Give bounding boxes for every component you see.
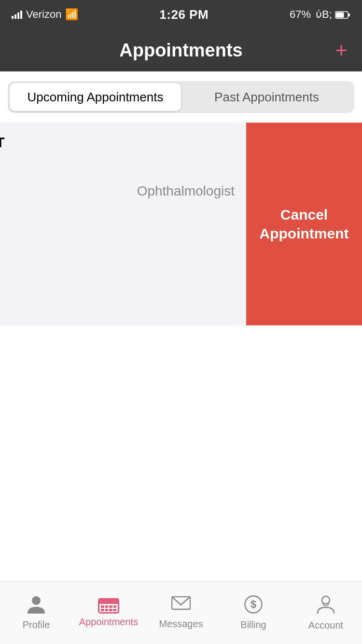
battery-icon: ὐ‌B; (316, 8, 350, 21)
status-time: 1:26 PM (159, 7, 209, 22)
tab-messages-label: Messages (159, 618, 203, 630)
svg-rect-2 (335, 13, 344, 18)
appointment-detail-row: le 21031 Check In Ophthalmologist (0, 183, 235, 252)
appointment-specialty: Ophthalmologist (137, 183, 235, 199)
tab-appointments[interactable]: Appointments (72, 598, 145, 628)
status-right: 67% ὐ‌B; (290, 8, 350, 21)
status-left: Verizon 📶 (12, 8, 78, 21)
tab-profile[interactable]: Profile (0, 595, 72, 630)
svg-point-7 (322, 596, 330, 604)
account-icon (317, 595, 334, 617)
tab-bar: Profile Appointments Messages (0, 581, 362, 644)
tab-billing[interactable]: $ Billing (217, 595, 290, 630)
tab-messages[interactable]: Messages (145, 596, 217, 630)
svg-text:$: $ (251, 598, 256, 610)
appointment-time: 8:00:00 AM EDT (0, 134, 235, 151)
messages-icon (171, 596, 191, 616)
nav-header: Appointments + (0, 29, 362, 71)
tab-account-label: Account (308, 620, 343, 631)
tab-profile-label: Profile (23, 619, 50, 630)
signal-icon (12, 10, 22, 19)
appointments-list: 8:00:00 AM EDT le 21031 Check In Ophthal… (0, 123, 362, 325)
page-title: Appointments (119, 40, 242, 61)
add-appointment-button[interactable]: + (335, 40, 348, 61)
segment-control: Upcoming Appointments Past Appointments (8, 81, 354, 113)
battery-percent: 67% (290, 8, 311, 21)
tab-upcoming[interactable]: Upcoming Appointments (10, 83, 181, 111)
tab-past[interactable]: Past Appointments (181, 83, 352, 111)
status-bar: Verizon 📶 1:26 PM 67% ὐ‌B; (0, 0, 362, 29)
tab-account[interactable]: Account (290, 595, 362, 631)
appointment-card: 8:00:00 AM EDT le 21031 Check In Ophthal… (0, 123, 246, 325)
svg-point-3 (32, 596, 41, 605)
svg-rect-1 (348, 14, 350, 16)
appointments-icon (98, 598, 119, 614)
tab-billing-label: Billing (240, 619, 266, 630)
appointment-card-wrapper: 8:00:00 AM EDT le 21031 Check In Ophthal… (0, 123, 362, 325)
carrier-label: Verizon (26, 8, 61, 21)
tab-appointments-label: Appointments (79, 616, 138, 628)
cancel-appointment-button[interactable]: CancelAppointment (246, 123, 362, 325)
profile-icon (28, 595, 45, 616)
billing-icon: $ (244, 595, 263, 616)
wifi-icon: 📶 (65, 8, 78, 21)
